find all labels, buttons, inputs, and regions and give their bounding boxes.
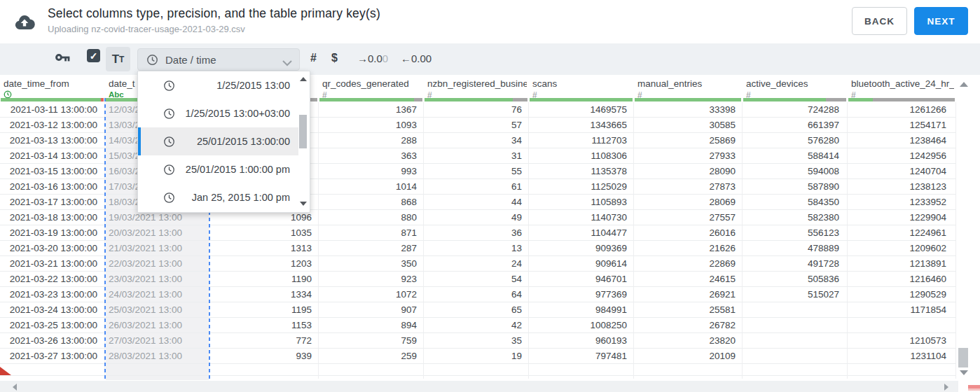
type-dropdown[interactable]: Date / time bbox=[137, 48, 300, 71]
table-row: 2021-03-20 13:00:0021/03/2021 13:0013132… bbox=[0, 241, 956, 256]
table-row: 2021-03-19 13:00:0020/03/2021 13:0010358… bbox=[0, 225, 956, 241]
column-select-checkbox[interactable]: ✓ bbox=[87, 49, 100, 62]
column-header[interactable]: nzbn_registered_busine bbox=[427, 78, 527, 90]
table-cell: 1203 bbox=[210, 256, 319, 271]
text-type-label-small: T bbox=[119, 55, 124, 64]
table-cell bbox=[105, 364, 210, 379]
table-cell: 1216460 bbox=[848, 272, 956, 286]
table-cell: 2021-03-13 13:00:00 bbox=[0, 133, 105, 148]
column-header[interactable]: manual_entries bbox=[637, 78, 740, 90]
scroll-right-icon[interactable] bbox=[944, 384, 948, 391]
scroll-down-icon[interactable] bbox=[960, 370, 968, 375]
quality-segment-valid bbox=[635, 98, 741, 102]
table-cell: 33398 bbox=[634, 102, 743, 117]
vertical-scroll-thumb[interactable] bbox=[958, 348, 968, 368]
table-cell: 24615 bbox=[634, 272, 743, 286]
csv-upload-wizard: Select columns type, precision, and the … bbox=[0, 0, 980, 392]
dropdown-option[interactable]: 1/25/2015 13:00 bbox=[138, 71, 298, 99]
quality-segment-valid bbox=[743, 98, 826, 102]
table-cell: 25/03/2021 13:00 bbox=[105, 302, 210, 317]
dropdown-option[interactable]: 25/01/2015 13:00:00 bbox=[138, 127, 298, 155]
horizontal-scrollbar[interactable] bbox=[0, 381, 958, 392]
table-cell: 23820 bbox=[634, 333, 743, 348]
table-cell: 759 bbox=[319, 333, 424, 348]
table-cell: 28090 bbox=[634, 164, 743, 178]
primary-key-button[interactable] bbox=[55, 52, 70, 66]
table-cell: 2021-03-24 13:00:00 bbox=[0, 302, 105, 317]
table-cell: 55 bbox=[424, 164, 529, 178]
text-type-button[interactable]: TT bbox=[106, 47, 130, 71]
table-cell: 287 bbox=[319, 241, 424, 255]
scroll-up-icon[interactable] bbox=[960, 82, 968, 87]
column-header[interactable]: scans bbox=[532, 78, 632, 90]
increase-decimals-button[interactable]: ←0.00 bbox=[401, 52, 432, 64]
selected-option-accent-bar bbox=[138, 127, 141, 155]
back-button[interactable]: BACK bbox=[852, 7, 907, 35]
table-cell: 26016 bbox=[634, 225, 743, 240]
column-header[interactable]: active_devices bbox=[746, 78, 846, 90]
table-cell bbox=[743, 302, 848, 317]
table-cell: 13 bbox=[424, 241, 529, 255]
table-cell: 880 bbox=[319, 210, 424, 225]
decrease-decimals-button[interactable]: →0.00 bbox=[357, 52, 388, 64]
table-cell bbox=[319, 364, 424, 379]
table-cell: 1195 bbox=[210, 302, 319, 317]
table-cell: 2021-03-25 13:00:00 bbox=[0, 318, 105, 332]
table-cell: 44 bbox=[424, 195, 529, 209]
table-cell: 1224961 bbox=[848, 225, 956, 240]
currency-type-button[interactable]: $ bbox=[331, 52, 338, 64]
dropdown-scroll-down-icon[interactable] bbox=[300, 202, 307, 206]
column-header[interactable]: date_time_from bbox=[4, 78, 103, 90]
table-cell: 26/03/2021 13:00 bbox=[105, 318, 210, 332]
dropdown-scroll-thumb[interactable] bbox=[299, 115, 307, 148]
table-cell: 515027 bbox=[743, 287, 848, 302]
dropdown-option-label: 1/25/2015 13:00+03:00 bbox=[185, 108, 290, 119]
table-cell: 28/03/2021 13:00 bbox=[105, 349, 210, 363]
table-cell: 1008250 bbox=[529, 318, 634, 332]
table-cell: 584350 bbox=[743, 195, 848, 209]
table-cell: 1210573 bbox=[848, 333, 956, 348]
dropdown-option[interactable]: Jan 25, 2015 1:00 pm bbox=[138, 183, 298, 211]
table-cell: 22/03/2021 13:00 bbox=[105, 256, 210, 271]
vertical-scrollbar[interactable] bbox=[957, 76, 972, 380]
dropdown-option-label: 25/01/2015 13:00:00 bbox=[197, 136, 290, 147]
type-options-dropdown: 1/25/2015 13:001/25/2015 13:00+03:0025/0… bbox=[137, 71, 310, 213]
table-cell: 2021-03-14 13:00:00 bbox=[0, 148, 105, 163]
table-cell bbox=[743, 364, 848, 379]
quality-segment-invalid bbox=[101, 98, 104, 102]
table-cell: 31 bbox=[424, 148, 529, 163]
dropdown-option[interactable]: 1/25/2015 13:00+03:00 bbox=[138, 99, 298, 127]
dropdown-scroll-up-icon[interactable] bbox=[300, 77, 307, 81]
table-cell: 259 bbox=[319, 349, 424, 363]
table-cell: 49 bbox=[424, 210, 529, 225]
dropdown-option-label: Jan 25, 2015 1:00 pm bbox=[192, 192, 290, 203]
column-header[interactable]: bluetooth_active_24_hr_ bbox=[851, 78, 954, 90]
next-button[interactable]: NEXT bbox=[914, 7, 968, 35]
column-header[interactable]: qr_codes_generated bbox=[322, 78, 422, 90]
table-cell: 1035 bbox=[210, 225, 319, 240]
table-cell: 30585 bbox=[634, 118, 743, 132]
table-cell: 288 bbox=[319, 133, 424, 148]
scroll-left-icon[interactable] bbox=[13, 384, 17, 391]
number-type-button[interactable]: # bbox=[310, 52, 317, 64]
clock-icon bbox=[163, 164, 175, 176]
dropdown-option[interactable]: 25/01/2015 1:00:00 pm bbox=[138, 155, 298, 183]
page-subtitle: Uploading nz-covid-tracer-usage-2021-03-… bbox=[48, 24, 245, 34]
table-cell: 576280 bbox=[743, 133, 848, 148]
table-cell: 2021-03-21 13:00:00 bbox=[0, 256, 105, 271]
table-cell: 36 bbox=[424, 225, 529, 240]
table-cell: 2021-03-16 13:00:00 bbox=[0, 179, 105, 194]
table-cell: 939 bbox=[210, 349, 319, 363]
table-row: 2021-03-27 13:00:0028/03/2021 13:0093925… bbox=[0, 349, 956, 364]
table-cell: 57 bbox=[424, 118, 529, 132]
table-cell: 27933 bbox=[634, 148, 743, 163]
dropdown-scrollbar[interactable] bbox=[298, 71, 308, 211]
table-cell: 984991 bbox=[529, 302, 634, 317]
error-marker-triangle bbox=[0, 365, 11, 378]
table-cell: 23/03/2021 13:00 bbox=[105, 272, 210, 286]
table-cell: 22869 bbox=[634, 256, 743, 271]
table-cell: 24/03/2021 13:00 bbox=[105, 287, 210, 302]
table-cell: 907 bbox=[319, 302, 424, 317]
quality-segment-valid bbox=[425, 98, 513, 102]
table-cell: 28069 bbox=[634, 195, 743, 209]
